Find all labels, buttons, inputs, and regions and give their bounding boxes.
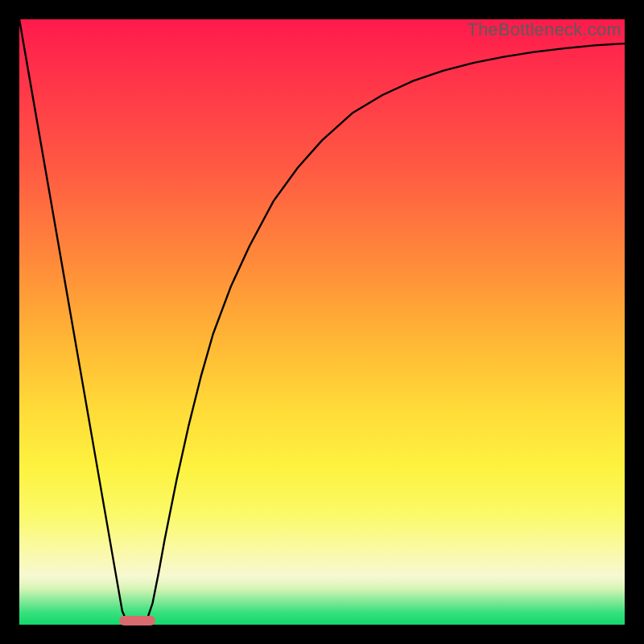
optimal-range-marker xyxy=(119,616,155,625)
plot-area: TheBottleneck.com xyxy=(19,19,625,625)
bottleneck-curve xyxy=(19,19,625,625)
chart-frame: TheBottleneck.com xyxy=(0,0,644,644)
curve-path xyxy=(19,19,625,625)
